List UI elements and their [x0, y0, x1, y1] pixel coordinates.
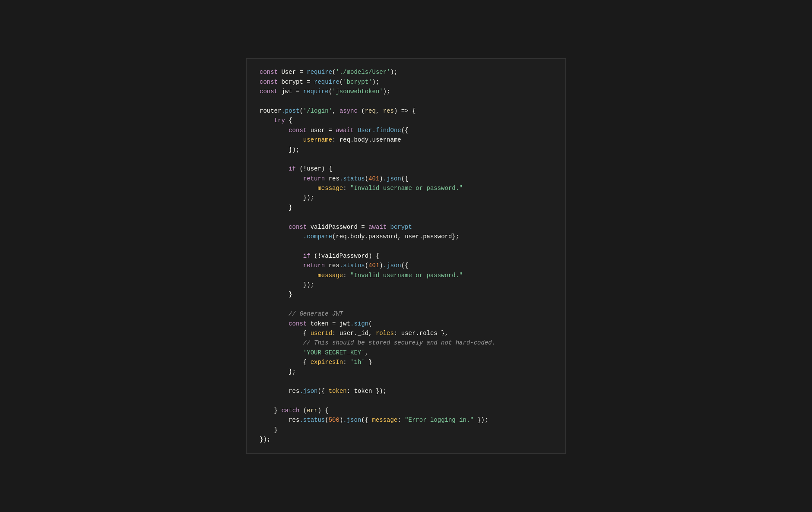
code-editor: const User = require('./models/User');co… — [246, 58, 566, 453]
token-var: user — [401, 330, 416, 337]
token-var — [260, 291, 289, 298]
code-line: }); — [260, 145, 552, 155]
token-punct: : — [343, 272, 350, 279]
token-punct: }; — [289, 368, 296, 375]
token-op: => — [401, 107, 412, 114]
code-line: }); — [260, 280, 552, 290]
code-line: const jwt = require('jsonwebtoken'); — [260, 87, 552, 96]
code-line: const validPassword = await bcrypt — [260, 222, 552, 232]
token-var: jwt — [339, 320, 350, 327]
token-str: "Error logging in." — [405, 417, 474, 424]
token-var — [260, 407, 274, 414]
token-punct: ) — [372, 79, 375, 85]
token-punct: , — [332, 107, 339, 114]
token-kw: if — [303, 253, 314, 259]
token-var: token — [311, 320, 332, 327]
code-line: { userId: user._id, roles: user.roles }, — [260, 329, 552, 338]
token-op: = — [332, 320, 339, 327]
token-kw: await — [368, 224, 390, 231]
token-var — [260, 224, 289, 231]
token-punct: ( — [299, 107, 303, 114]
token-punct: ( — [361, 107, 365, 114]
code-line: const token = jwt.sign( — [260, 319, 552, 329]
token-op: ! — [303, 165, 307, 172]
token-var: user — [339, 330, 354, 337]
token-prop: roles — [376, 330, 394, 337]
token-param: err — [307, 407, 317, 414]
token-var: res — [289, 417, 299, 424]
token-punct: . — [347, 233, 350, 240]
token-punct: ; — [376, 79, 379, 85]
token-punct: { — [303, 359, 311, 366]
token-punct: : — [347, 388, 354, 395]
token-op: = — [307, 79, 314, 85]
code-line: .compare(req.body.password, user.passwor… — [260, 232, 552, 241]
token-punct: ( — [365, 175, 368, 182]
token-punct: ({ — [361, 417, 372, 424]
token-var — [260, 175, 303, 182]
token-var — [260, 330, 303, 337]
token-kw: const — [289, 320, 310, 327]
token-var: router — [260, 107, 281, 114]
token-punct: ( — [368, 320, 372, 327]
token-punct: . — [368, 136, 372, 143]
code-content: const User = require('./models/User');co… — [260, 67, 552, 444]
token-punct: ._id, — [354, 330, 375, 337]
token-punct: , — [365, 349, 368, 356]
token-punct: : — [332, 136, 339, 143]
token-var — [260, 127, 289, 134]
token-punct: { — [412, 107, 416, 114]
token-var — [260, 310, 289, 317]
token-op: = — [361, 224, 368, 231]
token-punct: { — [289, 117, 292, 124]
token-kw: await — [336, 127, 357, 134]
token-var — [260, 165, 289, 172]
code-line: if (!validPassword) { — [260, 251, 552, 261]
token-var — [260, 339, 303, 346]
token-op: = — [329, 127, 336, 134]
token-prop: message — [317, 272, 343, 279]
token-num: 401 — [368, 262, 379, 269]
code-line: if (!user) { — [260, 164, 552, 174]
token-kw: const — [260, 79, 281, 85]
code-line: }); — [260, 193, 552, 202]
token-var: res — [329, 175, 339, 182]
token-punct: }; — [452, 233, 459, 240]
token-var — [260, 359, 303, 366]
token-kw: const — [260, 69, 281, 76]
token-op: = — [299, 69, 307, 76]
token-punct: ({ — [401, 175, 409, 182]
token-kw: catch — [281, 407, 303, 414]
token-punct: }); — [303, 194, 314, 201]
token-punct: .roles }, — [416, 330, 448, 337]
token-method: .compare — [303, 233, 332, 240]
token-op: ! — [317, 253, 321, 259]
token-punct: . — [419, 233, 423, 240]
token-param: res — [383, 107, 394, 114]
token-punct: ) — [379, 175, 383, 182]
token-prop: message — [372, 417, 398, 424]
token-var: req — [336, 233, 346, 240]
token-punct: : — [332, 330, 339, 337]
token-punct: ; — [387, 88, 390, 95]
token-var: password — [423, 233, 452, 240]
token-kw: const — [289, 224, 310, 231]
token-var — [260, 427, 274, 433]
token-punct: ({ — [401, 127, 409, 134]
token-var — [260, 233, 303, 240]
token-method: .json — [383, 175, 401, 182]
token-str: "Invalid username or password." — [350, 272, 463, 279]
token-var: validPassword — [311, 224, 362, 231]
code-line: } — [260, 290, 552, 299]
token-punct: }); — [303, 281, 314, 288]
token-var: token — [354, 388, 376, 395]
token-str: 'YOUR_SECRET_KEY' — [303, 349, 365, 356]
code-line — [260, 241, 552, 251]
token-method: .json — [383, 262, 401, 269]
token-punct: ( — [303, 407, 307, 414]
token-var — [260, 136, 303, 143]
code-line: return res.status(401).json({ — [260, 174, 552, 183]
token-var — [260, 253, 303, 259]
token-str: "Invalid username or password." — [350, 185, 463, 192]
token-obj: User — [358, 127, 372, 134]
